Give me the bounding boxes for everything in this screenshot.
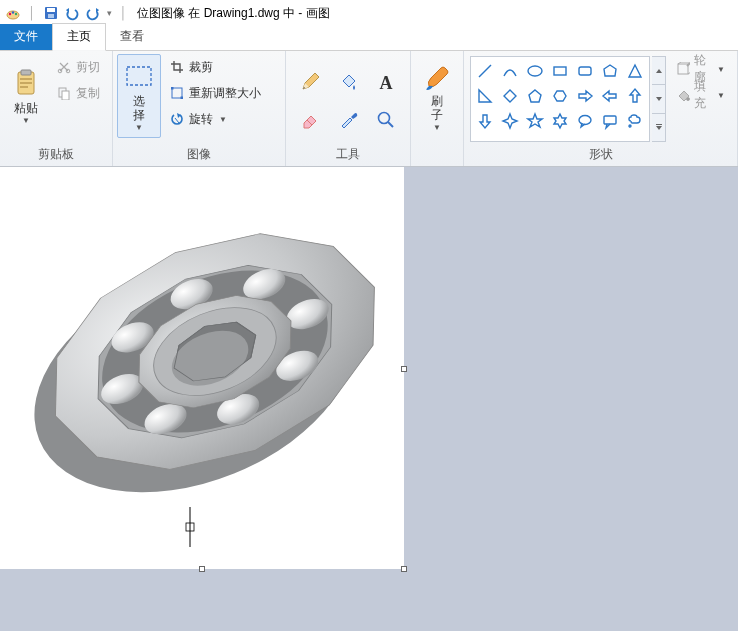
- shape-rect[interactable]: [548, 59, 572, 83]
- chevron-down-icon: ▼: [22, 116, 30, 125]
- crop-icon: [169, 59, 185, 75]
- rotate-label: 旋转: [189, 111, 213, 128]
- group-shapes-label: 形状: [468, 144, 733, 166]
- fill-icon: [676, 87, 690, 103]
- svg-rect-16: [127, 67, 151, 85]
- eraser-tool[interactable]: [296, 106, 324, 134]
- group-image: 选 择 ▼ 裁剪 重新调整大小: [113, 51, 286, 166]
- shape-callout-cloud[interactable]: [623, 109, 647, 133]
- shape-pentagon[interactable]: [523, 84, 547, 108]
- shape-oval[interactable]: [523, 59, 547, 83]
- magnifier-tool[interactable]: [372, 106, 400, 134]
- shape-right-triangle[interactable]: [473, 84, 497, 108]
- eyedropper-tool[interactable]: [334, 106, 362, 134]
- shape-callout-rect[interactable]: [598, 109, 622, 133]
- group-brushes-label: [415, 147, 459, 166]
- svg-rect-6: [48, 14, 54, 18]
- text-tool[interactable]: A: [372, 68, 400, 96]
- svg-rect-11: [20, 86, 28, 88]
- cut-icon: [56, 59, 72, 75]
- fill-button[interactable]: 填充 ▼: [671, 84, 730, 106]
- bearing-image: [0, 167, 404, 569]
- shape-arrow-down[interactable]: [473, 109, 497, 133]
- shape-5star[interactable]: [523, 109, 547, 133]
- svg-rect-15: [62, 91, 69, 100]
- tab-view[interactable]: 查看: [106, 24, 158, 50]
- shapes-scroll-up[interactable]: [652, 57, 665, 85]
- paste-button[interactable]: 粘贴 ▼: [4, 54, 48, 138]
- group-clipboard: 粘贴 ▼ 剪切 复制 剪贴板: [0, 51, 113, 166]
- group-clipboard-label: 剪贴板: [4, 144, 108, 166]
- canvas[interactable]: [0, 167, 404, 569]
- svg-point-2: [12, 11, 14, 13]
- svg-rect-24: [579, 67, 591, 75]
- svg-point-25: [579, 116, 591, 125]
- svg-rect-19: [181, 97, 184, 100]
- outline-icon: [676, 61, 690, 77]
- resize-handle-right[interactable]: [401, 366, 407, 372]
- app-icon: [4, 4, 22, 22]
- crop-button[interactable]: 裁剪: [164, 56, 278, 78]
- resize-handle-corner[interactable]: [401, 566, 407, 572]
- tab-file[interactable]: 文件: [0, 24, 52, 50]
- resize-button[interactable]: 重新调整大小: [164, 82, 278, 104]
- chevron-down-icon: ▼: [717, 65, 725, 74]
- copy-label: 复制: [76, 85, 100, 102]
- brush-button[interactable]: 刷 子 ▼: [415, 54, 459, 138]
- chevron-down-icon: ▼: [135, 123, 143, 132]
- rotate-icon: [169, 111, 185, 127]
- svg-rect-5: [47, 8, 55, 12]
- shape-triangle[interactable]: [623, 59, 647, 83]
- svg-rect-28: [656, 124, 662, 125]
- shape-4star[interactable]: [498, 109, 522, 133]
- svg-rect-23: [554, 67, 566, 75]
- select-button[interactable]: 选 择 ▼: [117, 54, 161, 138]
- brush-icon: [421, 60, 453, 92]
- select-label: 选 择: [133, 94, 145, 122]
- copy-icon: [56, 85, 72, 101]
- svg-rect-9: [20, 78, 32, 80]
- shape-roundrect[interactable]: [573, 59, 597, 83]
- shape-hexagon[interactable]: [548, 84, 572, 108]
- qat-divider-2: │: [120, 6, 128, 20]
- chevron-down-icon: ▼: [433, 123, 441, 132]
- chevron-down-icon: ▼: [717, 91, 725, 100]
- shapes-gallery[interactable]: [470, 56, 650, 142]
- window-title: 位图图像 在 Drawing1.dwg 中 - 画图: [137, 5, 330, 22]
- resize-handle-bottom[interactable]: [199, 566, 205, 572]
- undo-icon[interactable]: [63, 4, 81, 22]
- svg-point-27: [629, 125, 631, 127]
- tab-home[interactable]: 主页: [52, 23, 106, 51]
- shape-curve[interactable]: [498, 59, 522, 83]
- svg-point-1: [9, 13, 11, 15]
- shapes-scroll-down[interactable]: [652, 85, 665, 113]
- shape-arrow-left[interactable]: [598, 84, 622, 108]
- redo-icon[interactable]: [84, 4, 102, 22]
- rotate-button[interactable]: 旋转 ▼: [164, 108, 278, 130]
- brush-label: 刷 子: [431, 94, 443, 122]
- paste-label: 粘贴: [14, 101, 38, 115]
- fill-tool[interactable]: [334, 68, 362, 96]
- shape-polygon[interactable]: [598, 59, 622, 83]
- shape-arrow-up[interactable]: [623, 84, 647, 108]
- svg-rect-18: [171, 87, 174, 90]
- shape-6star[interactable]: [548, 109, 572, 133]
- shape-arrow-right[interactable]: [573, 84, 597, 108]
- shape-line[interactable]: [473, 59, 497, 83]
- save-icon[interactable]: [42, 4, 60, 22]
- titlebar: │ ▾ │ 位图图像 在 Drawing1.dwg 中 - 画图: [0, 0, 738, 26]
- resize-label: 重新调整大小: [189, 85, 261, 102]
- svg-rect-10: [20, 82, 32, 84]
- shape-callout-round[interactable]: [573, 109, 597, 133]
- svg-text:A: A: [380, 73, 393, 93]
- copy-button[interactable]: 复制: [51, 82, 105, 104]
- cut-button[interactable]: 剪切: [51, 56, 105, 78]
- pencil-tool[interactable]: [296, 68, 324, 96]
- qat-divider: │: [28, 6, 36, 20]
- svg-point-22: [528, 66, 542, 76]
- outline-button[interactable]: 轮廓 ▼: [671, 58, 730, 80]
- shapes-more[interactable]: [652, 114, 665, 141]
- resize-icon: [169, 85, 185, 101]
- qat-customize-icon[interactable]: ▾: [105, 8, 114, 18]
- shape-diamond[interactable]: [498, 84, 522, 108]
